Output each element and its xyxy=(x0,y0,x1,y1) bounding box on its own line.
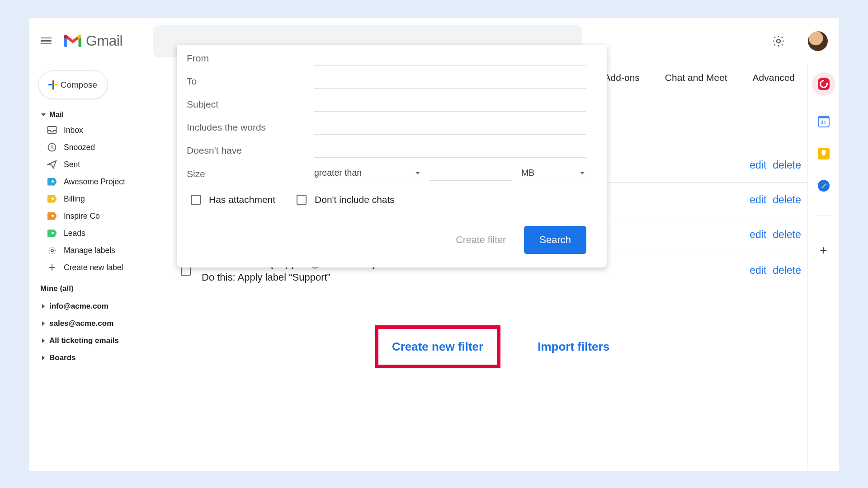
sidebar-item-snoozed[interactable]: Snoozed xyxy=(38,139,177,156)
field-label-to: To xyxy=(187,76,314,87)
sidebar-item-billing[interactable]: Billing xyxy=(38,190,177,207)
checkbox-icon xyxy=(191,195,201,205)
sidebar-section-mine: Mine (all) xyxy=(40,284,177,293)
svg-point-5 xyxy=(51,249,53,251)
plus-icon xyxy=(47,263,57,272)
plus-multicolor-icon xyxy=(49,81,52,89)
import-filters-link[interactable]: Import filters xyxy=(538,340,609,354)
tree-item-info[interactable]: info@acme.com xyxy=(38,298,177,315)
doesnt-have-input[interactable] xyxy=(314,143,586,158)
field-label-subject: Subject xyxy=(187,99,314,110)
tree-item-sales[interactable]: sales@acme.com xyxy=(38,315,177,332)
dont-include-chats-checkbox[interactable]: Don't include chats xyxy=(295,194,395,205)
compose-button[interactable]: Compose xyxy=(38,70,108,99)
right-rail: 31 + xyxy=(807,64,839,471)
filter-delete-link[interactable]: delete xyxy=(773,264,801,277)
filter-edit-link[interactable]: edit xyxy=(750,229,766,241)
gmail-wordmark: Gmail xyxy=(86,33,123,49)
hamburger-menu-icon[interactable] xyxy=(41,36,52,47)
filter-edit-link[interactable]: edit xyxy=(750,264,766,277)
chevron-right-icon xyxy=(42,304,45,309)
filter-edit-link[interactable]: edit xyxy=(750,159,766,171)
tab-chat-meet[interactable]: Chat and Meet xyxy=(665,69,727,87)
sidebar-section-mail[interactable]: Mail xyxy=(41,110,177,119)
caret-down-icon xyxy=(415,172,420,174)
svg-point-6 xyxy=(820,81,827,88)
size-unit-select[interactable]: MB xyxy=(521,166,585,182)
clock-icon xyxy=(47,142,57,152)
sidebar-item-inbox[interactable]: Inbox xyxy=(38,122,177,139)
field-label-doesnt-have: Doesn't have xyxy=(187,145,314,156)
field-label-includes: Includes the words xyxy=(187,122,314,133)
field-label-from: From xyxy=(187,53,314,64)
tree-item-ticketing[interactable]: All ticketing emails xyxy=(38,332,177,349)
highlight-annotation: Create new filter xyxy=(375,325,500,368)
tree-item-boards[interactable]: Boards xyxy=(38,349,177,366)
app-frame: Gmail Compose Mail Inbox Snoozed xyxy=(29,18,839,471)
chevron-right-icon xyxy=(42,338,45,343)
sidebar: Compose Mail Inbox Snoozed Sent Awesome … xyxy=(29,64,177,471)
tab-addons[interactable]: Add-ons xyxy=(604,69,640,87)
label-icon xyxy=(47,228,57,238)
chevron-right-icon xyxy=(42,321,45,326)
filter-delete-link[interactable]: delete xyxy=(773,194,801,206)
svg-point-2 xyxy=(777,39,780,43)
has-attachment-checkbox[interactable]: Has attachment xyxy=(189,194,275,205)
includes-input[interactable] xyxy=(314,120,586,135)
sidebar-item-leads[interactable]: Leads xyxy=(38,225,177,242)
filter-bottom-actions: Create new filter Import filters xyxy=(177,325,807,368)
chevron-down-icon xyxy=(41,113,46,116)
gmail-m-icon xyxy=(64,34,81,48)
sidebar-item-awesome-project[interactable]: Awesome Project xyxy=(38,173,177,190)
create-new-filter-link[interactable]: Create new filter xyxy=(392,340,483,353)
label-icon xyxy=(47,177,57,187)
create-filter-button[interactable]: Create filter xyxy=(451,229,510,251)
checkbox-icon xyxy=(297,195,307,205)
caret-down-icon xyxy=(580,172,585,174)
inbox-icon xyxy=(47,125,57,135)
filter-delete-link[interactable]: delete xyxy=(773,229,801,241)
subject-input[interactable] xyxy=(314,97,586,112)
tab-advanced[interactable]: Advanced xyxy=(753,69,795,87)
filter-delete-link[interactable]: delete xyxy=(773,159,801,171)
send-icon xyxy=(47,160,57,169)
from-input[interactable] xyxy=(314,51,586,66)
rail-app-calendar[interactable]: 31 xyxy=(817,115,830,128)
gear-icon xyxy=(47,245,57,255)
sidebar-item-sent[interactable]: Sent xyxy=(38,156,177,173)
account-avatar[interactable] xyxy=(808,31,828,51)
rail-app-grammarly[interactable] xyxy=(812,72,835,96)
rail-app-keep[interactable] xyxy=(817,147,830,160)
sidebar-item-create-label[interactable]: Create new label xyxy=(38,259,177,276)
label-icon xyxy=(47,211,57,221)
settings-gear-icon[interactable] xyxy=(772,34,785,48)
sidebar-item-manage-labels[interactable]: Manage labels xyxy=(38,242,177,259)
rail-add-button[interactable]: + xyxy=(820,243,827,258)
search-filter-dropdown: From To Subject Includes the words Doesn… xyxy=(177,45,607,267)
label-icon xyxy=(47,194,57,204)
to-input[interactable] xyxy=(314,74,586,89)
search-button[interactable]: Search xyxy=(524,226,586,254)
field-label-size: Size xyxy=(187,169,314,179)
filter-edit-link[interactable]: edit xyxy=(750,194,766,206)
chevron-right-icon xyxy=(42,356,45,360)
size-operator-select[interactable]: greater than xyxy=(314,166,420,182)
gmail-logo[interactable]: Gmail xyxy=(64,33,123,49)
rail-app-tasks[interactable] xyxy=(817,179,830,192)
main-content: Add-ons Chat and Meet Advanced From To S… xyxy=(177,64,807,471)
sidebar-item-inspire-co[interactable]: Inspire Co xyxy=(38,207,177,225)
compose-label: Compose xyxy=(61,80,97,90)
size-value-input[interactable] xyxy=(429,167,512,181)
